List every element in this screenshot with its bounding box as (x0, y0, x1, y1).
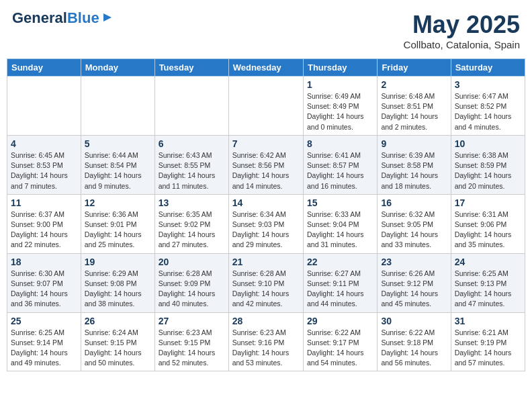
day-detail: Sunrise: 6:41 AMSunset: 8:57 PMDaylight:… (307, 150, 373, 191)
day-detail: Sunrise: 6:25 AMSunset: 9:13 PMDaylight:… (455, 269, 521, 310)
col-wednesday: Wednesday (228, 59, 303, 77)
calendar-cell: 30Sunrise: 6:22 AMSunset: 9:18 PMDayligh… (378, 312, 451, 371)
calendar-cell: 15Sunrise: 6:33 AMSunset: 9:04 PMDayligh… (303, 194, 377, 253)
day-detail: Sunrise: 6:37 AMSunset: 9:00 PMDaylight:… (11, 210, 77, 250)
day-detail: Sunrise: 6:32 AMSunset: 9:05 PMDaylight:… (381, 210, 447, 250)
calendar-cell: 26Sunrise: 6:24 AMSunset: 9:15 PMDayligh… (81, 312, 154, 371)
day-number: 1 (307, 79, 373, 90)
col-thursday: Thursday (303, 59, 377, 77)
calendar-cell (228, 77, 303, 136)
calendar-cell: 22Sunrise: 6:27 AMSunset: 9:11 PMDayligh… (303, 253, 377, 312)
day-number: 10 (455, 138, 521, 149)
day-number: 4 (11, 138, 77, 149)
day-number: 22 (307, 257, 373, 267)
col-friday: Friday (378, 59, 451, 77)
calendar-cell: 8Sunrise: 6:41 AMSunset: 8:57 PMDaylight… (303, 135, 377, 194)
calendar-cell: 11Sunrise: 6:37 AMSunset: 9:00 PMDayligh… (7, 194, 81, 253)
day-number: 17 (455, 197, 521, 208)
calendar-cell: 7Sunrise: 6:42 AMSunset: 8:56 PMDaylight… (228, 135, 303, 194)
day-number: 23 (381, 257, 447, 267)
calendar-cell: 14Sunrise: 6:34 AMSunset: 9:03 PMDayligh… (228, 194, 303, 253)
header: GeneralBlue May 2025 Collbato, Catalonia… (7, 7, 525, 54)
day-number: 26 (85, 316, 151, 326)
day-detail: Sunrise: 6:30 AMSunset: 9:07 PMDaylight:… (11, 269, 77, 310)
day-detail: Sunrise: 6:34 AMSunset: 9:03 PMDaylight:… (232, 210, 300, 250)
day-detail: Sunrise: 6:28 AMSunset: 9:09 PMDaylight:… (159, 269, 225, 310)
day-detail: Sunrise: 6:39 AMSunset: 8:58 PMDaylight:… (381, 150, 447, 191)
day-number: 15 (307, 197, 373, 208)
calendar-cell: 21Sunrise: 6:28 AMSunset: 9:10 PMDayligh… (228, 253, 303, 312)
calendar-cell: 18Sunrise: 6:30 AMSunset: 9:07 PMDayligh… (7, 253, 81, 312)
day-detail: Sunrise: 6:21 AMSunset: 9:19 PMDaylight:… (455, 328, 521, 369)
day-number: 16 (381, 197, 447, 208)
calendar-cell: 13Sunrise: 6:35 AMSunset: 9:02 PMDayligh… (154, 194, 228, 253)
day-number: 9 (381, 138, 447, 149)
calendar-cell: 17Sunrise: 6:31 AMSunset: 9:06 PMDayligh… (451, 194, 525, 253)
col-monday: Monday (81, 59, 154, 77)
day-detail: Sunrise: 6:44 AMSunset: 8:54 PMDaylight:… (85, 150, 151, 191)
day-number: 6 (159, 138, 225, 149)
day-number: 27 (159, 316, 225, 326)
day-number: 7 (232, 138, 300, 149)
calendar-cell: 31Sunrise: 6:21 AMSunset: 9:19 PMDayligh… (451, 312, 525, 371)
day-number: 2 (381, 79, 447, 90)
day-number: 13 (159, 197, 225, 208)
day-number: 25 (11, 316, 77, 326)
calendar-cell: 1Sunrise: 6:49 AMSunset: 8:49 PMDaylight… (303, 77, 377, 136)
day-detail: Sunrise: 6:35 AMSunset: 9:02 PMDaylight:… (159, 210, 225, 250)
calendar: Sunday Monday Tuesday Wednesday Thursday… (7, 58, 525, 371)
logo-text: GeneralBlue (12, 11, 99, 26)
calendar-cell: 28Sunrise: 6:23 AMSunset: 9:16 PMDayligh… (228, 312, 303, 371)
day-detail: Sunrise: 6:42 AMSunset: 8:56 PMDaylight:… (232, 150, 300, 191)
day-number: 5 (85, 138, 151, 149)
calendar-week-2: 4Sunrise: 6:45 AMSunset: 8:53 PMDaylight… (7, 135, 525, 194)
calendar-cell (154, 77, 228, 136)
day-detail: Sunrise: 6:26 AMSunset: 9:12 PMDaylight:… (381, 269, 447, 310)
logo-icon (102, 12, 113, 26)
col-saturday: Saturday (451, 59, 525, 77)
day-detail: Sunrise: 6:49 AMSunset: 8:49 PMDaylight:… (307, 91, 373, 132)
calendar-week-4: 18Sunrise: 6:30 AMSunset: 9:07 PMDayligh… (7, 253, 525, 312)
location: Collbato, Catalonia, Spain (404, 39, 520, 50)
day-number: 24 (455, 257, 521, 267)
page-container: GeneralBlue May 2025 Collbato, Catalonia… (7, 7, 525, 371)
calendar-week-3: 11Sunrise: 6:37 AMSunset: 9:00 PMDayligh… (7, 194, 525, 253)
day-number: 8 (307, 138, 373, 149)
calendar-cell: 3Sunrise: 6:47 AMSunset: 8:52 PMDaylight… (451, 77, 525, 136)
day-detail: Sunrise: 6:43 AMSunset: 8:55 PMDaylight:… (159, 150, 225, 191)
calendar-cell: 24Sunrise: 6:25 AMSunset: 9:13 PMDayligh… (451, 253, 525, 312)
calendar-cell: 5Sunrise: 6:44 AMSunset: 8:54 PMDaylight… (81, 135, 154, 194)
day-number: 31 (455, 316, 521, 326)
day-detail: Sunrise: 6:45 AMSunset: 8:53 PMDaylight:… (11, 150, 77, 191)
calendar-cell: 25Sunrise: 6:25 AMSunset: 9:14 PMDayligh… (7, 312, 81, 371)
calendar-header-row: Sunday Monday Tuesday Wednesday Thursday… (7, 59, 525, 77)
day-number: 12 (85, 197, 151, 208)
day-number: 28 (232, 316, 300, 326)
calendar-cell: 27Sunrise: 6:23 AMSunset: 9:15 PMDayligh… (154, 312, 228, 371)
calendar-cell: 20Sunrise: 6:28 AMSunset: 9:09 PMDayligh… (154, 253, 228, 312)
day-detail: Sunrise: 6:22 AMSunset: 9:18 PMDaylight:… (381, 328, 447, 369)
day-detail: Sunrise: 6:22 AMSunset: 9:17 PMDaylight:… (307, 328, 373, 369)
day-number: 14 (232, 197, 300, 208)
day-detail: Sunrise: 6:28 AMSunset: 9:10 PMDaylight:… (232, 269, 300, 310)
svg-marker-0 (103, 13, 112, 21)
day-detail: Sunrise: 6:33 AMSunset: 9:04 PMDaylight:… (307, 210, 373, 250)
day-number: 21 (232, 257, 300, 267)
logo: GeneralBlue (12, 11, 113, 26)
day-detail: Sunrise: 6:36 AMSunset: 9:01 PMDaylight:… (85, 210, 151, 250)
day-detail: Sunrise: 6:48 AMSunset: 8:51 PMDaylight:… (381, 91, 447, 132)
calendar-cell: 12Sunrise: 6:36 AMSunset: 9:01 PMDayligh… (81, 194, 154, 253)
day-number: 18 (11, 257, 77, 267)
day-detail: Sunrise: 6:31 AMSunset: 9:06 PMDaylight:… (455, 210, 521, 250)
calendar-week-5: 25Sunrise: 6:25 AMSunset: 9:14 PMDayligh… (7, 312, 525, 371)
day-detail: Sunrise: 6:24 AMSunset: 9:15 PMDaylight:… (85, 328, 151, 369)
month-year: May 2025 (404, 11, 520, 39)
calendar-cell: 19Sunrise: 6:29 AMSunset: 9:08 PMDayligh… (81, 253, 154, 312)
day-number: 30 (381, 316, 447, 326)
calendar-cell: 29Sunrise: 6:22 AMSunset: 9:17 PMDayligh… (303, 312, 377, 371)
title-block: May 2025 Collbato, Catalonia, Spain (404, 11, 520, 50)
col-sunday: Sunday (7, 59, 81, 77)
day-detail: Sunrise: 6:27 AMSunset: 9:11 PMDaylight:… (307, 269, 373, 310)
day-detail: Sunrise: 6:23 AMSunset: 9:16 PMDaylight:… (232, 328, 300, 369)
day-number: 19 (85, 257, 151, 267)
